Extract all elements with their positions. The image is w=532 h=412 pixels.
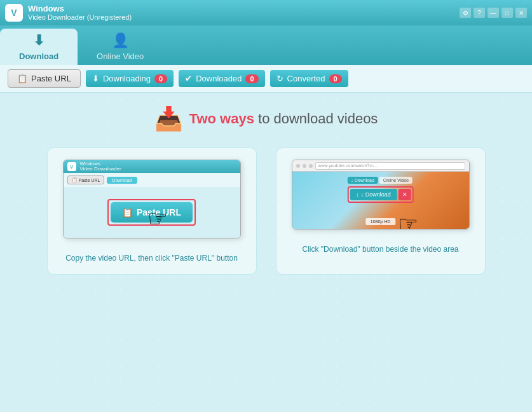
tab-spacer <box>163 29 532 65</box>
online-video-tab-label: Online Video <box>97 52 144 61</box>
mini-dl-btn-1: Download <box>107 177 137 184</box>
cursor-hand-1: ☞ <box>147 205 168 232</box>
app-title: Windows Video Downloader (Unregistered) <box>28 4 132 22</box>
help-button[interactable]: ? <box>474 8 485 18</box>
mini-paste-btn-1: 📋 Paste URL <box>67 175 105 184</box>
browser-url: www.youtube.com/watch?v=... <box>315 162 465 170</box>
download-tab-label: Download <box>19 52 58 61</box>
method1-mini-app: V Windows Video Downloader 📋 Paste URL D… <box>63 160 241 238</box>
browser-dot-3 <box>309 164 313 168</box>
mini-titlebar-1: V Windows Video Downloader <box>64 160 240 173</box>
close-button[interactable]: ✕ <box>515 8 527 18</box>
mini-app-title-1: Windows Video Downloader <box>80 161 121 172</box>
title-bar: V Windows Video Downloader (Unregistered… <box>0 0 532 25</box>
method2-caption: Click "Download" button beside the video… <box>303 245 459 254</box>
converted-badge: 0 <box>329 74 342 83</box>
mini-dl-action-btn[interactable]: ↓ ↓ Download <box>350 189 397 200</box>
mini-dl-popup-tabs: ↓ Download Online Video <box>347 177 414 184</box>
mini-download-popup: ↓ Download Online Video ↓ ↓ Download ✕ <box>347 177 414 203</box>
mini-tab-download: ↓ Download <box>347 177 378 184</box>
mini-dl-highlight: ↓ ↓ Download ✕ <box>347 186 414 203</box>
converted-icon: ↻ <box>276 74 283 83</box>
online-video-tab-icon: 👤 <box>112 32 129 49</box>
tab-bar: ⬇ Download 👤 Online Video <box>0 25 532 65</box>
app-title-main: Windows <box>28 4 132 14</box>
title-controls: ⚙ ? — □ ✕ <box>460 8 527 18</box>
browser-dot-1 <box>296 164 300 168</box>
mini-resolution-bar: 1080p HD <box>365 218 396 225</box>
download-tab-icon: ⬇ <box>33 32 44 49</box>
downloaded-button[interactable]: ✔ Downloaded 0 <box>179 70 264 87</box>
downloaded-label: Downloaded <box>196 74 242 83</box>
title-bar-left: V Windows Video Downloader (Unregistered… <box>5 4 132 22</box>
downloading-label: Downloading <box>103 74 151 83</box>
mini-browser-bar: www.youtube.com/watch?v=... <box>292 160 469 172</box>
main-content: 📥 Two ways to download videos V Windows … <box>0 93 532 412</box>
downloading-icon: ⬇ <box>92 74 99 83</box>
converted-button[interactable]: ↻ Converted 0 <box>270 70 348 87</box>
downloaded-icon: ✔ <box>185 74 192 83</box>
method1-card: V Windows Video Downloader 📋 Paste URL D… <box>47 148 257 275</box>
cursor-hand-2: ☞ <box>398 211 418 230</box>
mini-content-1: 📋 Paste URL ☞ <box>64 187 240 238</box>
mini-app-icon-1: V <box>67 162 76 171</box>
method2-mini-browser: www.youtube.com/watch?v=... ↓ Download O… <box>292 160 470 230</box>
heading-icon: 📥 <box>154 106 183 132</box>
heading-rest: to download videos <box>254 111 378 127</box>
cards-container: V Windows Video Downloader 📋 Paste URL D… <box>13 148 519 275</box>
heading-text: Two ways to download videos <box>189 111 378 127</box>
heading-highlight: Two ways <box>189 111 254 127</box>
method2-card: www.youtube.com/watch?v=... ↓ Download O… <box>276 148 486 275</box>
toolbar: 📋 Paste URL ⬇ Downloading 0 ✔ Downloaded… <box>0 65 532 93</box>
mini-dl-x-btn[interactable]: ✕ <box>399 189 411 200</box>
paste-url-button[interactable]: 📋 Paste URL <box>8 69 81 88</box>
paste-icon: 📋 <box>17 74 27 83</box>
mini-toolbar-1: 📋 Paste URL Download <box>64 173 240 187</box>
minimize-button[interactable]: — <box>488 8 499 18</box>
big-paste-icon: 📋 <box>122 207 133 217</box>
mini-video-area: ↓ Download Online Video ↓ ↓ Download ✕ 1… <box>292 172 469 229</box>
mini-tab-online: Online Video <box>379 177 413 184</box>
settings-button[interactable]: ⚙ <box>460 8 471 18</box>
browser-dot-2 <box>303 164 306 168</box>
method1-caption: Copy the video URL, then click "Paste UR… <box>65 254 238 263</box>
downloaded-badge: 0 <box>245 74 258 83</box>
tab-online-video[interactable]: 👤 Online Video <box>78 29 163 65</box>
heading: 📥 Two ways to download videos <box>13 106 519 132</box>
converted-label: Converted <box>287 74 325 83</box>
maximize-button[interactable]: □ <box>501 8 513 18</box>
paste-url-label: Paste URL <box>31 74 71 83</box>
tab-download[interactable]: ⬇ Download <box>0 29 78 65</box>
downloading-badge: 0 <box>154 74 167 83</box>
app-title-sub: Video Downloader (Unregistered) <box>28 13 132 22</box>
app-icon: V <box>5 4 23 22</box>
downloading-button[interactable]: ⬇ Downloading 0 <box>86 70 174 87</box>
